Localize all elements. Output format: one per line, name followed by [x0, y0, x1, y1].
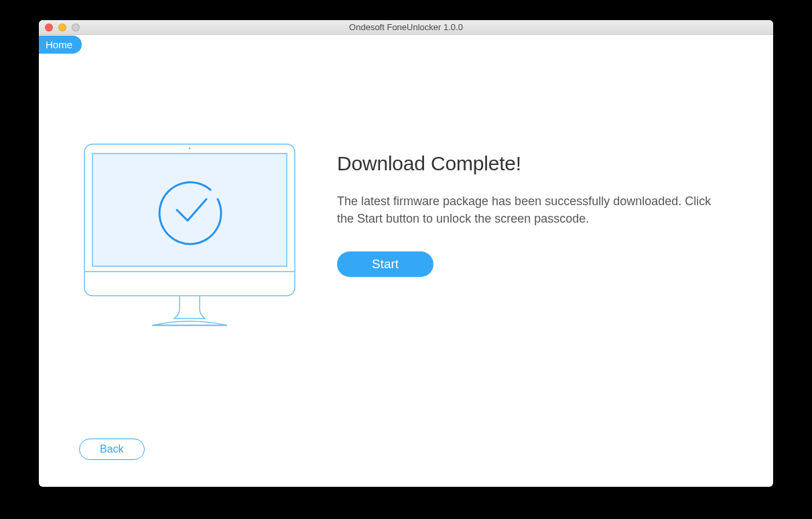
- back-label: Back: [100, 443, 124, 455]
- content-area: Download Complete! The latest firmware p…: [39, 35, 773, 336]
- imac-checkmark-icon: [79, 139, 307, 336]
- minimize-icon[interactable]: [58, 23, 66, 32]
- page-title: Download Complete!: [337, 152, 712, 175]
- description: The latest firmware package has been suc…: [337, 192, 712, 227]
- svg-point-1: [189, 148, 191, 150]
- svg-rect-3: [92, 154, 287, 266]
- traffic-lights: [39, 23, 80, 32]
- zoom-icon[interactable]: [72, 23, 80, 32]
- start-label: Start: [372, 257, 399, 271]
- home-label: Home: [46, 39, 72, 50]
- home-button[interactable]: Home: [39, 36, 82, 54]
- titlebar: Ondesoft FoneUnlocker 1.0.0: [39, 20, 773, 35]
- text-column: Download Complete! The latest firmware p…: [307, 139, 712, 336]
- start-button[interactable]: Start: [337, 251, 433, 277]
- app-window: Ondesoft FoneUnlocker 1.0.0 Home: [39, 20, 773, 487]
- close-icon[interactable]: [45, 23, 53, 32]
- window-title: Ondesoft FoneUnlocker 1.0.0: [39, 22, 773, 32]
- back-button[interactable]: Back: [79, 439, 145, 460]
